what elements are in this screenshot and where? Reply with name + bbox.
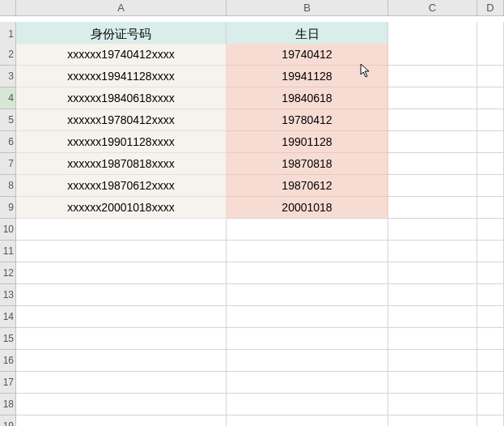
cell-empty[interactable] bbox=[16, 241, 227, 262]
cell-empty[interactable] bbox=[388, 262, 477, 284]
cell-empty[interactable] bbox=[477, 175, 504, 197]
cell-empty[interactable] bbox=[388, 372, 477, 394]
cell-empty[interactable] bbox=[477, 284, 504, 306]
cell-empty[interactable] bbox=[388, 394, 477, 415]
cell-a1-header[interactable]: 身份证号码 bbox=[16, 22, 227, 46]
row-header[interactable]: 17 bbox=[0, 372, 16, 394]
cell-empty[interactable] bbox=[227, 284, 388, 306]
cell-empty[interactable] bbox=[477, 219, 504, 241]
cell-d1[interactable] bbox=[477, 22, 504, 46]
cell-birthday[interactable]: 19901128 bbox=[227, 131, 388, 153]
cell-empty[interactable] bbox=[16, 306, 227, 328]
row-header[interactable]: 16 bbox=[0, 350, 16, 372]
cell-empty[interactable] bbox=[227, 219, 388, 241]
cell-empty[interactable] bbox=[16, 415, 227, 426]
cell-c1[interactable] bbox=[388, 22, 477, 46]
cell-empty[interactable] bbox=[227, 306, 388, 328]
cell-empty[interactable] bbox=[388, 219, 477, 241]
cell-empty[interactable] bbox=[388, 415, 477, 426]
cell-empty[interactable] bbox=[388, 87, 477, 109]
cell-empty[interactable] bbox=[477, 197, 504, 219]
cell-birthday[interactable]: 20001018 bbox=[227, 197, 388, 219]
cell-empty[interactable] bbox=[388, 350, 477, 372]
cell-birthday[interactable]: 19740412 bbox=[227, 44, 388, 66]
cell-empty[interactable] bbox=[388, 131, 477, 153]
cell-empty[interactable] bbox=[388, 306, 477, 328]
col-header-b[interactable]: B bbox=[227, 0, 388, 16]
row-header[interactable]: 1 bbox=[0, 22, 16, 46]
row-header[interactable]: 11 bbox=[0, 241, 16, 262]
cell-id[interactable]: xxxxxx19941128xxxx bbox=[16, 66, 227, 87]
select-all-corner[interactable] bbox=[0, 0, 16, 16]
cell-empty[interactable] bbox=[477, 153, 504, 175]
cell-empty[interactable] bbox=[388, 66, 477, 87]
cell-empty[interactable] bbox=[388, 175, 477, 197]
cell-id[interactable]: xxxxxx19780412xxxx bbox=[16, 109, 227, 131]
cell-empty[interactable] bbox=[227, 372, 388, 394]
cell-empty[interactable] bbox=[477, 262, 504, 284]
cell-birthday[interactable]: 19840618 bbox=[227, 87, 388, 109]
cell-id[interactable]: xxxxxx19740412xxxx bbox=[16, 44, 227, 66]
cell-empty[interactable] bbox=[477, 306, 504, 328]
cell-empty[interactable] bbox=[227, 262, 388, 284]
cell-empty[interactable] bbox=[477, 394, 504, 415]
cell-birthday[interactable]: 19870818 bbox=[227, 153, 388, 175]
cell-empty[interactable] bbox=[16, 219, 227, 241]
cell-empty[interactable] bbox=[227, 394, 388, 415]
cell-birthday[interactable]: 19941128 bbox=[227, 66, 388, 87]
cell-empty[interactable] bbox=[227, 328, 388, 350]
cell-empty[interactable] bbox=[477, 66, 504, 87]
cell-empty[interactable] bbox=[477, 372, 504, 394]
row-header[interactable]: 7 bbox=[0, 153, 16, 175]
spreadsheet-grid[interactable]: A B C D 1 身份证号码 生日 2xxxxxx19740412xxxx19… bbox=[0, 0, 504, 426]
cell-id[interactable]: xxxxxx20001018xxxx bbox=[16, 197, 227, 219]
cell-empty[interactable] bbox=[227, 241, 388, 262]
row-header[interactable]: 2 bbox=[0, 44, 16, 66]
cell-empty[interactable] bbox=[388, 328, 477, 350]
row-header[interactable]: 9 bbox=[0, 197, 16, 219]
row-header[interactable]: 4 bbox=[0, 87, 16, 109]
col-header-d[interactable]: D bbox=[477, 0, 504, 16]
col-header-a[interactable]: A bbox=[16, 0, 227, 16]
cell-empty[interactable] bbox=[388, 44, 477, 66]
row-header[interactable]: 18 bbox=[0, 394, 16, 415]
row-header[interactable]: 3 bbox=[0, 66, 16, 87]
cell-empty[interactable] bbox=[477, 131, 504, 153]
row-header[interactable]: 13 bbox=[0, 284, 16, 306]
cell-id[interactable]: xxxxxx19870818xxxx bbox=[16, 153, 227, 175]
row-header[interactable]: 6 bbox=[0, 131, 16, 153]
row-header[interactable]: 8 bbox=[0, 175, 16, 197]
cell-empty[interactable] bbox=[388, 197, 477, 219]
row-header[interactable]: 14 bbox=[0, 306, 16, 328]
row-header[interactable]: 10 bbox=[0, 219, 16, 241]
cell-empty[interactable] bbox=[477, 350, 504, 372]
row-header[interactable]: 19 bbox=[0, 415, 16, 426]
cell-id[interactable]: xxxxxx19870612xxxx bbox=[16, 175, 227, 197]
cell-empty[interactable] bbox=[16, 262, 227, 284]
row-header[interactable]: 15 bbox=[0, 328, 16, 350]
row-header[interactable]: 5 bbox=[0, 109, 16, 131]
cell-empty[interactable] bbox=[16, 394, 227, 415]
cell-empty[interactable] bbox=[227, 350, 388, 372]
cell-empty[interactable] bbox=[477, 44, 504, 66]
cell-birthday[interactable]: 19780412 bbox=[227, 109, 388, 131]
cell-empty[interactable] bbox=[388, 153, 477, 175]
row-header[interactable]: 12 bbox=[0, 262, 16, 284]
cell-b1-header[interactable]: 生日 bbox=[227, 22, 388, 46]
cell-empty[interactable] bbox=[388, 109, 477, 131]
cell-empty[interactable] bbox=[388, 284, 477, 306]
cell-empty[interactable] bbox=[477, 241, 504, 262]
cell-id[interactable]: xxxxxx19901128xxxx bbox=[16, 131, 227, 153]
cell-empty[interactable] bbox=[388, 241, 477, 262]
cell-empty[interactable] bbox=[227, 415, 388, 426]
cell-empty[interactable] bbox=[16, 350, 227, 372]
cell-empty[interactable] bbox=[16, 328, 227, 350]
cell-empty[interactable] bbox=[16, 372, 227, 394]
cell-empty[interactable] bbox=[477, 87, 504, 109]
col-header-c[interactable]: C bbox=[388, 0, 477, 16]
cell-empty[interactable] bbox=[477, 328, 504, 350]
cell-empty[interactable] bbox=[477, 109, 504, 131]
cell-empty[interactable] bbox=[477, 415, 504, 426]
cell-empty[interactable] bbox=[16, 284, 227, 306]
cell-birthday[interactable]: 19870612 bbox=[227, 175, 388, 197]
